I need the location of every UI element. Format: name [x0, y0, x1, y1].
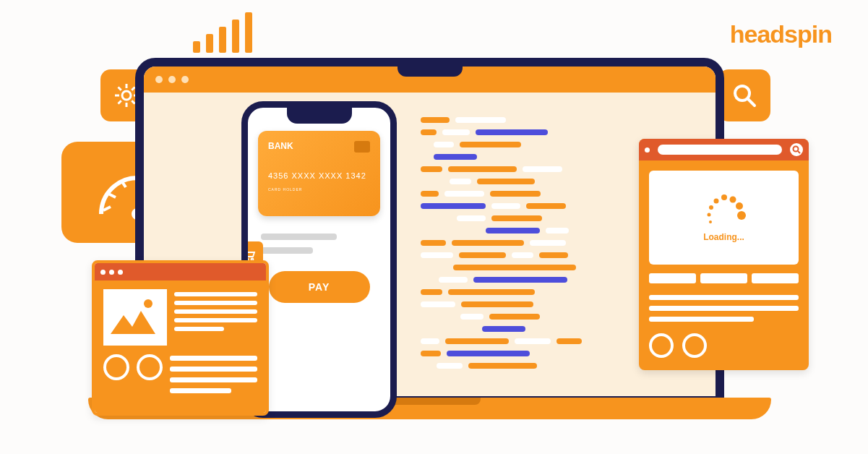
url-bar[interactable] — [658, 145, 782, 155]
text-lines — [174, 289, 257, 346]
svg-point-16 — [144, 299, 152, 308]
svg-point-23 — [721, 194, 727, 200]
spinner-icon — [699, 193, 749, 229]
svg-point-25 — [736, 202, 743, 210]
avatar-row — [649, 333, 799, 358]
text-lines — [170, 354, 257, 393]
card-holder-label: CARD HOLDER — [268, 187, 370, 192]
avatar-circle — [137, 354, 163, 380]
avatar-circle — [103, 354, 129, 380]
search-icon — [718, 69, 770, 121]
svg-point-0 — [122, 91, 131, 100]
code-panel — [421, 117, 637, 399]
svg-point-17 — [794, 147, 799, 152]
svg-line-18 — [798, 151, 800, 153]
svg-line-4 — [108, 194, 116, 197]
svg-line-3 — [103, 207, 111, 210]
svg-rect-14 — [103, 289, 167, 346]
text-lines — [649, 295, 799, 322]
window-header — [95, 263, 266, 280]
form-placeholder-lines — [261, 234, 377, 254]
loading-browser-window: Loading... — [639, 139, 809, 370]
loading-text: Loading... — [703, 232, 744, 242]
image-thumbnail — [103, 289, 167, 346]
signal-icon — [193, 12, 252, 53]
svg-point-26 — [737, 211, 746, 220]
svg-point-24 — [729, 197, 736, 203]
svg-point-21 — [709, 205, 713, 210]
stat-bars — [649, 273, 799, 283]
brand-logo: headspin — [730, 20, 832, 48]
card-number: 4356 XXXX XXXX 1342 — [268, 171, 370, 180]
pay-button[interactable]: PAY — [269, 271, 370, 303]
loading-panel: Loading... — [649, 171, 799, 265]
svg-line-2 — [748, 99, 755, 106]
svg-point-20 — [707, 213, 710, 217]
content-browser-window — [92, 260, 269, 416]
svg-point-22 — [713, 199, 718, 204]
search-icon[interactable] — [790, 143, 803, 156]
svg-point-19 — [709, 220, 712, 223]
bank-card: BANK 4356 XXXX XXXX 1342 CARD HOLDER — [258, 131, 380, 216]
